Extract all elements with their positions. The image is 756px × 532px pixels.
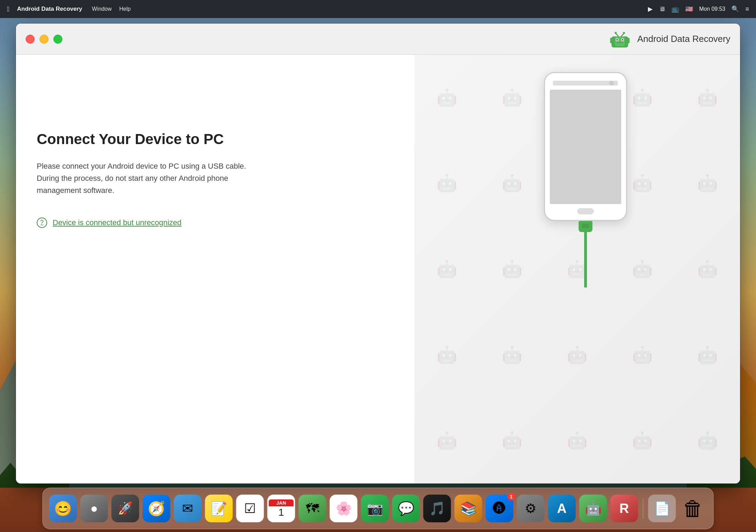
- dock-item-mail[interactable]: ✉: [174, 495, 202, 522]
- left-panel: Connect Your Device to PC Please connect…: [16, 55, 414, 484]
- dock-item-photos[interactable]: 🌸: [330, 495, 358, 522]
- apple-menu-icon[interactable]: : [7, 5, 9, 13]
- dock-item-maps[interactable]: 🗺: [299, 495, 326, 522]
- phone-camera: [609, 81, 614, 86]
- usb-connector: [579, 221, 592, 232]
- wm-1: 🤖: [414, 55, 480, 141]
- svg-rect-12: [616, 42, 623, 43]
- wm-18: 🤖: [545, 312, 610, 398]
- menubar-right: ▶ 🖥 📺 🇺🇸 Mon 09:53 🔍 ≡: [648, 5, 749, 13]
- dock-item-calendar[interactable]: JAN 1: [267, 495, 295, 522]
- wm-23: 🤖: [545, 398, 610, 484]
- svg-point-4: [616, 39, 618, 41]
- content-area: Connect Your Device to PC Please connect…: [16, 55, 740, 484]
- control-center-icon[interactable]: ≡: [745, 6, 749, 13]
- flag-icon: 🇺🇸: [685, 5, 693, 13]
- dock-item-reminders[interactable]: ☑: [236, 495, 264, 522]
- dock: 😊 ● 🚀 🧭 ✉ 📝 ☑ JAN 1 🗺 🌸 📷 💬 🎵: [43, 488, 714, 529]
- menubar-window[interactable]: Window: [92, 6, 112, 12]
- app-window: Android Data Recovery Connect Your Devic…: [16, 24, 740, 484]
- window-title: Android Data Recovery: [637, 34, 730, 44]
- connect-title: Connect Your Device to PC: [37, 131, 394, 148]
- svg-rect-6: [610, 38, 612, 43]
- clock: Mon 09:53: [699, 6, 726, 12]
- menubar:  Android Data Recovery Window Help ▶ 🖥 …: [0, 0, 756, 18]
- right-panel: 🤖 🤖 🤖 🤖 🤖 🤖 🤖 🤖 🤖 🤖 🤖 🤖 🤖 🤖 🤖 🤖 🤖 🤖 🤖: [414, 55, 740, 484]
- menubar-help[interactable]: Help: [119, 6, 131, 12]
- wm-19: 🤖: [610, 312, 675, 398]
- wm-15: 🤖: [675, 226, 740, 312]
- wm-20: 🤖: [675, 312, 740, 398]
- question-icon: ?: [37, 218, 47, 228]
- connect-description: Please connect your Android device to PC…: [37, 160, 252, 197]
- wm-5: 🤖: [675, 55, 740, 141]
- screen-icon: 📺: [671, 5, 679, 13]
- title-bar-right: Android Data Recovery: [609, 28, 730, 50]
- phone-home-button: [577, 208, 594, 214]
- appstore-badge: 1: [508, 493, 515, 500]
- dock-item-notes[interactable]: 📝: [205, 495, 233, 522]
- menubar-app-name[interactable]: Android Data Recovery: [17, 6, 82, 12]
- device-unrecognized-link[interactable]: ? Device is connected but unrecognized: [37, 218, 394, 228]
- wm-12: 🤖: [480, 226, 545, 312]
- phone-speaker: [553, 81, 618, 86]
- phone-screen: [550, 90, 621, 204]
- wm-7: 🤖: [480, 141, 545, 227]
- wm-22: 🤖: [480, 398, 545, 484]
- phone-illustration: [544, 72, 627, 287]
- dock-item-trash[interactable]: 🗑: [679, 495, 707, 522]
- title-bar: Android Data Recovery: [16, 24, 740, 55]
- app-icon: [609, 28, 631, 50]
- device-link-text: Device is connected but unrecognized: [53, 218, 182, 227]
- dock-item-migration[interactable]: 📄: [648, 495, 676, 522]
- display-icon: 🖥: [659, 6, 665, 13]
- dock-item-system-prefs[interactable]: ⚙: [517, 495, 545, 522]
- svg-point-11: [623, 32, 625, 34]
- dock-item-facetime[interactable]: 📷: [361, 495, 389, 522]
- dock-item-launchpad[interactable]: 🚀: [112, 495, 139, 522]
- script-editor-icon: ▶: [648, 5, 653, 13]
- wm-11: 🤖: [414, 226, 480, 312]
- dock-item-android-recovery[interactable]: 🤖: [579, 495, 607, 522]
- dock-item-xcode[interactable]: A: [548, 495, 576, 522]
- svg-point-5: [622, 39, 623, 41]
- dock-item-music[interactable]: 🎵: [423, 495, 451, 522]
- wm-25: 🤖: [675, 398, 740, 484]
- dock-item-safari[interactable]: 🧭: [143, 495, 170, 522]
- minimize-button[interactable]: [39, 35, 49, 44]
- wm-2: 🤖: [480, 55, 545, 141]
- dock-item-books[interactable]: 📚: [455, 495, 482, 522]
- wm-24: 🤖: [610, 398, 675, 484]
- dock-item-appstore[interactable]: 🅐 1: [486, 495, 513, 522]
- dock-item-reeder[interactable]: R: [610, 495, 638, 522]
- dock-divider: [643, 498, 643, 519]
- search-icon[interactable]: 🔍: [731, 5, 739, 13]
- svg-rect-1: [615, 36, 625, 46]
- wm-16: 🤖: [414, 312, 480, 398]
- dock-item-finder[interactable]: 😊: [49, 495, 77, 522]
- wm-10: 🤖: [675, 141, 740, 227]
- usb-cable: [579, 221, 592, 287]
- phone-body: [544, 72, 627, 221]
- wm-6: 🤖: [414, 141, 480, 227]
- dock-item-siri[interactable]: ●: [80, 495, 108, 522]
- usb-wire: [584, 232, 587, 287]
- traffic-lights: [26, 35, 62, 44]
- svg-point-10: [615, 32, 617, 34]
- close-button[interactable]: [26, 35, 35, 44]
- dock-item-messages[interactable]: 💬: [392, 495, 420, 522]
- maximize-button[interactable]: [53, 35, 62, 44]
- svg-rect-7: [628, 38, 630, 43]
- wm-21: 🤖: [414, 398, 480, 484]
- wm-17: 🤖: [480, 312, 545, 398]
